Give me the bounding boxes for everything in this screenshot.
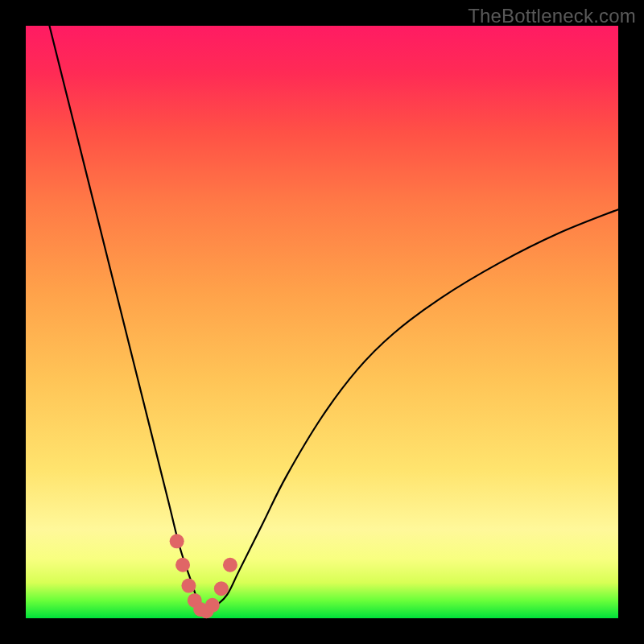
highlight-dot [205,598,220,613]
highlight-dot [175,558,190,572]
highlight-dot [181,579,196,593]
highlight-dot [214,581,229,596]
bottleneck-curve [49,26,618,613]
watermark-text: TheBottleneck.com [468,5,636,27]
plot-area [26,26,618,618]
curve-layer [26,26,618,618]
chart-frame: TheBottleneck.com [0,0,644,644]
highlight-dot [170,534,184,548]
highlight-dot [223,558,237,572]
highlight-dots [170,534,237,618]
